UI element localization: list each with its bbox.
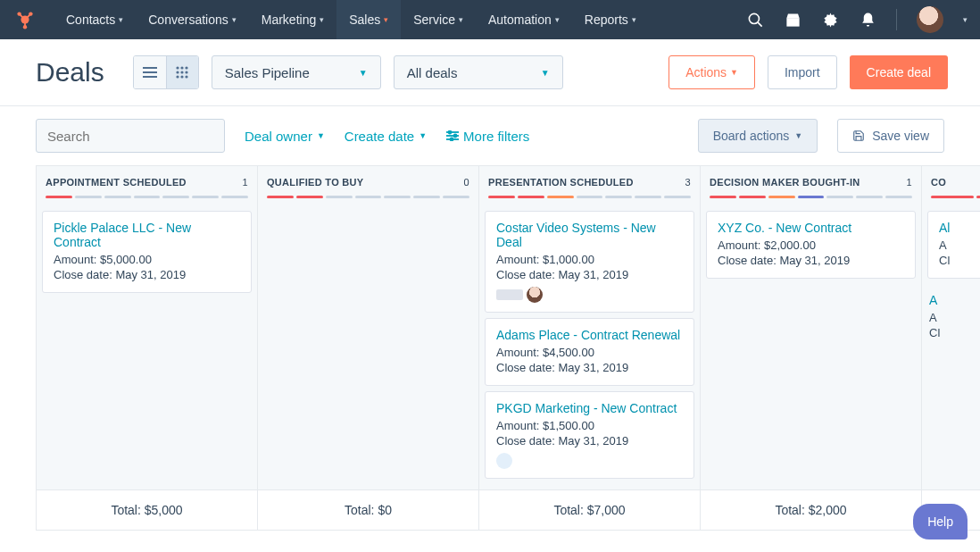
- deal-title: PKGD Marketing - New Contract: [496, 401, 683, 415]
- caret-down-icon: ▼: [317, 131, 325, 140]
- column-total: $5,000: [145, 503, 183, 517]
- progress-segments: [931, 196, 980, 198]
- user-avatar-small: [527, 287, 543, 303]
- caret-down-icon: ▼: [541, 68, 550, 78]
- svg-point-15: [181, 66, 184, 69]
- card-avatars: [496, 453, 683, 469]
- column-header: CO: [922, 166, 980, 205]
- column-header: APPOINTMENT SCHEDULED1: [37, 166, 257, 205]
- deal-title: Al: [939, 221, 980, 235]
- column-decision-maker-bought-in: DECISION MAKER BOUGHT-IN1 XYZ Co. - New …: [700, 165, 921, 531]
- deal-card[interactable]: Pickle Palace LLC - New Contract Amount:…: [42, 211, 252, 293]
- column-count: 1: [243, 177, 248, 188]
- card-avatars: [496, 287, 683, 303]
- nav-sales[interactable]: Sales▾: [336, 0, 401, 39]
- svg-rect-9: [786, 18, 799, 27]
- settings-icon[interactable]: [821, 11, 839, 29]
- svg-point-7: [749, 13, 759, 23]
- board-actions-button[interactable]: Board actions▼: [698, 119, 818, 153]
- help-button[interactable]: Help: [913, 504, 968, 539]
- search-icon[interactable]: [746, 11, 764, 29]
- deal-card[interactable]: A A Cl: [927, 284, 980, 350]
- column-footer: Total: $7,000: [479, 489, 700, 530]
- deal-card[interactable]: Adams Place - Contract Renewal Amount: $…: [485, 318, 694, 386]
- deal-card[interactable]: Al A Cl: [927, 211, 980, 279]
- deals-filter-dropdown[interactable]: All deals▼: [394, 55, 563, 89]
- chevron-down-icon: ▾: [632, 15, 636, 24]
- deal-card[interactable]: PKGD Marketing - New Contract Amount: $1…: [485, 391, 694, 479]
- deal-card[interactable]: XYZ Co. - New Contract Amount: $2,000.00…: [706, 211, 916, 279]
- list-view-button[interactable]: [134, 56, 166, 88]
- card-list[interactable]: XYZ Co. - New Contract Amount: $2,000.00…: [701, 205, 921, 489]
- nav-automation[interactable]: Automation▾: [476, 0, 572, 39]
- svg-point-28: [449, 131, 452, 134]
- deal-close-date: Close date: May 31, 2019: [54, 268, 240, 281]
- board-view-button[interactable]: [166, 56, 198, 88]
- notifications-icon[interactable]: [859, 11, 876, 29]
- card-list[interactable]: [258, 205, 478, 489]
- pipeline-label: Sales Pipeline: [225, 65, 310, 80]
- column-title: PRESENTATION SCHEDULED: [488, 177, 634, 188]
- progress-segments: [488, 196, 691, 198]
- nav-conversations[interactable]: Conversations▾: [136, 0, 249, 39]
- actions-button[interactable]: Actions ▼: [669, 55, 755, 89]
- deal-close-date: Close date: May 31, 2019: [496, 434, 683, 447]
- column-footer: Total: $2,000: [701, 489, 921, 530]
- deal-title: Adams Place - Contract Renewal: [496, 328, 683, 342]
- page-title: Deals: [36, 57, 104, 88]
- nav-label: Conversations: [148, 13, 228, 27]
- nav-marketing[interactable]: Marketing▾: [249, 0, 336, 39]
- nav-contacts[interactable]: Contacts▾: [54, 0, 136, 39]
- search-box[interactable]: [36, 119, 225, 153]
- create-deal-button[interactable]: Create deal: [850, 55, 948, 89]
- deal-title: XYZ Co. - New Contract: [718, 221, 904, 235]
- card-list[interactable]: Pickle Palace LLC - New Contract Amount:…: [37, 205, 257, 489]
- card-list[interactable]: Al A Cl A A Cl: [922, 205, 980, 489]
- pipeline-dropdown[interactable]: Sales Pipeline▼: [212, 55, 381, 89]
- save-view-button[interactable]: Save view: [837, 119, 944, 153]
- logo-icon[interactable]: [12, 7, 37, 32]
- caret-down-icon: ▼: [359, 68, 368, 78]
- divider: [896, 9, 897, 30]
- column-title: CO: [931, 177, 946, 188]
- import-button[interactable]: Import: [768, 55, 837, 89]
- deal-close-date: Close date: May 31, 2019: [718, 254, 904, 267]
- deal-owner-filter[interactable]: Deal owner▼: [245, 129, 325, 144]
- deal-amount: Amount: $5,000.00: [54, 253, 240, 266]
- nav-service[interactable]: Service▾: [401, 0, 476, 39]
- filter-label: Create date: [345, 129, 414, 144]
- column-total: $7,000: [587, 503, 626, 517]
- progress-segments: [267, 196, 469, 198]
- column-header: PRESENTATION SCHEDULED3: [479, 166, 700, 205]
- card-list[interactable]: Costar Video Systems - New Deal Amount: …: [479, 205, 700, 489]
- create-date-filter[interactable]: Create date▼: [345, 129, 427, 144]
- user-avatar[interactable]: [917, 6, 943, 33]
- svg-rect-11: [143, 67, 157, 69]
- deal-close-date: Cl: [929, 326, 980, 339]
- chevron-down-icon: ▾: [232, 15, 237, 24]
- search-input[interactable]: [47, 129, 217, 144]
- caret-down-icon: ▼: [730, 68, 738, 77]
- page-header: Deals Sales Pipeline▼ All deals▼ Actions…: [0, 39, 980, 106]
- deal-amount: Amount: $4,500.00: [496, 346, 683, 359]
- chevron-down-icon[interactable]: ▾: [963, 15, 968, 24]
- sliders-icon: [446, 130, 459, 141]
- deal-amount: A: [939, 238, 980, 252]
- column-header: DECISION MAKER BOUGHT-IN1: [701, 166, 921, 205]
- caret-down-icon: ▼: [794, 131, 802, 140]
- column-title: DECISION MAKER BOUGHT-IN: [710, 177, 860, 188]
- top-nav: Contacts▾ Conversations▾ Marketing▾ Sale…: [0, 0, 980, 39]
- nav-reports[interactable]: Reports▾: [572, 0, 649, 39]
- caret-down-icon: ▼: [419, 131, 427, 140]
- column-qualified-to-buy: QUALIFIED TO BUY0 Total: $0: [257, 165, 478, 531]
- svg-rect-12: [143, 71, 157, 73]
- chevron-down-icon: ▾: [459, 15, 463, 24]
- marketplace-icon[interactable]: [784, 11, 801, 29]
- chevron-down-icon: ▾: [555, 15, 560, 24]
- column-title: QUALIFIED TO BUY: [267, 177, 364, 188]
- column-count: 0: [464, 177, 469, 188]
- more-filters-button[interactable]: More filters: [446, 129, 529, 144]
- nav-label: Contacts: [66, 13, 115, 27]
- deal-card[interactable]: Costar Video Systems - New Deal Amount: …: [485, 211, 694, 313]
- deal-amount: Amount: $2,000.00: [718, 238, 904, 252]
